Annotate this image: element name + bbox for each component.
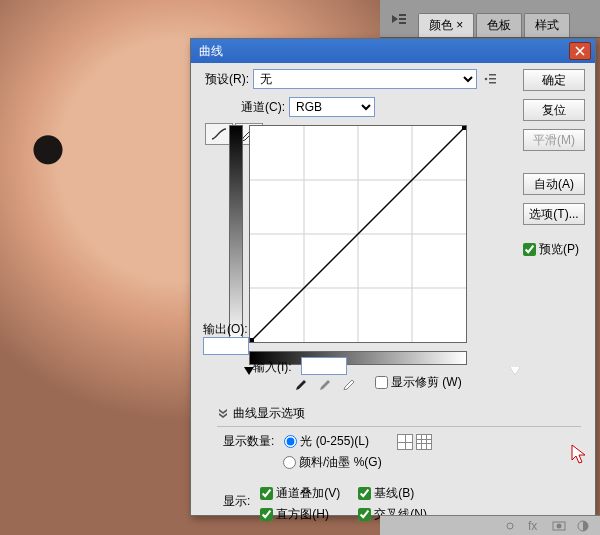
dialog-title: 曲线 <box>199 43 569 60</box>
panel-tab-styles[interactable]: 样式 <box>524 13 570 37</box>
panel-tab-color[interactable]: 颜色 × <box>418 13 474 37</box>
white-point-slider[interactable] <box>510 367 520 375</box>
smooth-button[interactable]: 平滑(M) <box>523 129 585 151</box>
link-icon[interactable] <box>504 519 518 533</box>
svg-point-18 <box>557 523 562 528</box>
show-label: 显示: <box>223 493 250 510</box>
output-field[interactable] <box>203 337 249 355</box>
adjustment-icon[interactable] <box>576 519 590 533</box>
close-button[interactable] <box>569 42 591 60</box>
channel-select[interactable]: RGB <box>289 97 375 117</box>
svg-rect-6 <box>489 82 496 84</box>
output-label: 输出(O): <box>203 321 248 338</box>
preset-select[interactable]: 无 <box>253 69 477 89</box>
svg-rect-14 <box>250 338 254 342</box>
svg-rect-15 <box>462 126 466 130</box>
output-gradient <box>229 125 243 343</box>
eyedropper-black-icon[interactable] <box>293 373 311 391</box>
amount-ink-radio[interactable]: 颜料/油墨 %(G) <box>283 454 382 471</box>
svg-rect-5 <box>489 78 496 80</box>
amount-light-radio[interactable]: 光 (0-255)(L) <box>284 433 369 450</box>
channel-label: 通道(C): <box>241 99 285 116</box>
reset-button[interactable]: 复位 <box>523 99 585 121</box>
show-histogram-checkbox[interactable]: 直方图(H) <box>260 506 340 523</box>
panel-status-bar: fx <box>380 515 600 535</box>
curve-graph[interactable] <box>249 125 467 343</box>
svg-text:fx: fx <box>528 519 537 533</box>
panel-menu-icon[interactable] <box>386 6 412 32</box>
preset-menu-icon[interactable] <box>481 69 499 89</box>
show-baseline-checkbox[interactable]: 基线(B) <box>358 485 427 502</box>
auto-button[interactable]: 自动(A) <box>523 173 585 195</box>
show-overlay-checkbox[interactable]: 通道叠加(V) <box>260 485 340 502</box>
show-clipping-checkbox[interactable]: 显示修剪 (W) <box>375 374 462 391</box>
chevron-icon <box>217 408 229 420</box>
panel-tabs-strip: 颜色 × 色板 样式 <box>380 0 600 38</box>
svg-point-3 <box>485 78 488 81</box>
cursor-arrow-icon <box>570 443 588 465</box>
svg-rect-4 <box>489 74 496 76</box>
panel-tab-swatches[interactable]: 色板 <box>476 13 522 37</box>
mask-icon[interactable] <box>552 519 566 533</box>
preview-checkbox[interactable]: 预览(P) <box>523 241 585 258</box>
grid-4-button[interactable] <box>397 434 413 450</box>
eyedropper-white-icon[interactable] <box>341 373 359 391</box>
options-button[interactable]: 选项(T)... <box>523 203 585 225</box>
curves-dialog: 曲线 预设(R): 无 通道(C): RGB <box>190 38 596 516</box>
divider <box>217 426 581 427</box>
grid-9-button[interactable] <box>416 434 432 450</box>
preset-label: 预设(R): <box>205 71 249 88</box>
eyedropper-gray-icon[interactable] <box>317 373 335 391</box>
input-label: 输入(I): <box>253 359 292 376</box>
fx-icon[interactable]: fx <box>528 519 542 533</box>
titlebar[interactable]: 曲线 <box>191 39 595 63</box>
display-options-expander[interactable]: 曲线显示选项 <box>217 405 581 422</box>
svg-rect-1 <box>399 18 406 20</box>
svg-rect-2 <box>399 22 406 24</box>
amount-label: 显示数量: <box>223 433 274 450</box>
ok-button[interactable]: 确定 <box>523 69 585 91</box>
svg-rect-0 <box>399 14 406 16</box>
